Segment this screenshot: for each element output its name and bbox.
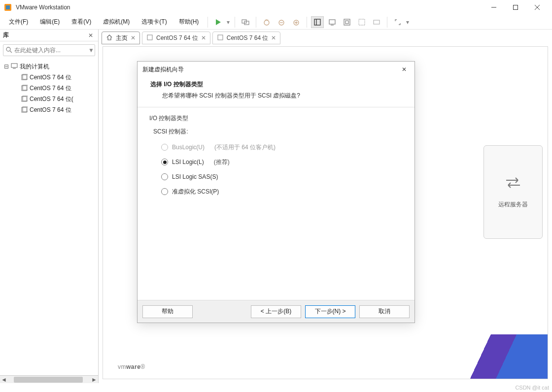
tab-close-icon[interactable]: ✕ xyxy=(201,34,206,41)
tab-label: CentOS 7 64 位 xyxy=(227,34,269,42)
snapshot1-icon[interactable] xyxy=(260,16,273,28)
dialog-close-icon[interactable]: ✕ xyxy=(402,66,410,73)
option-lsilogic[interactable]: LSI Logic(L) (推荐) xyxy=(161,155,403,169)
menubar: 文件(F) 编辑(E) 查看(V) 虚拟机(M) 选项卡(T) 帮助(H) ▾ … xyxy=(0,15,552,30)
remote-server-card[interactable]: 远程服务器 xyxy=(483,145,543,239)
window-title: VMware Workstation xyxy=(16,4,483,11)
scroll-left-icon[interactable]: ◄ xyxy=(0,376,8,383)
watermark: CSDN @it cat xyxy=(515,383,549,392)
view-unity-icon[interactable] xyxy=(355,16,368,28)
option-buslogic: BusLogic(U) (不适用于 64 位客户机) xyxy=(161,140,403,155)
tree-item-label: CentOS 7 64 位 xyxy=(30,106,71,114)
expand-dropdown-icon[interactable]: ▾ xyxy=(406,19,410,26)
svg-rect-19 xyxy=(359,19,365,25)
tab-home[interactable]: 主页 ✕ xyxy=(102,32,140,44)
menu-edit[interactable]: 编辑(E) xyxy=(35,16,65,28)
snapshot3-icon[interactable] xyxy=(290,16,303,28)
svg-point-21 xyxy=(6,47,10,51)
option-note: (推荐) xyxy=(214,158,230,166)
menu-vm[interactable]: 虚拟机(M) xyxy=(98,16,135,28)
tree-item[interactable]: CentOS 7 64 位 xyxy=(1,104,97,115)
dialog-subheading: 您希望将哪种 SCSI 控制器类型用于 SCSI 虚拟磁盘? xyxy=(150,92,402,100)
svg-rect-34 xyxy=(218,35,223,40)
menu-file[interactable]: 文件(F) xyxy=(4,16,33,28)
view-fullscreen-icon[interactable] xyxy=(341,16,353,28)
option-lsilogic-sas[interactable]: LSI Logic SAS(S) xyxy=(161,169,403,184)
vm-icon xyxy=(217,34,224,42)
menu-help[interactable]: 帮助(H) xyxy=(174,16,204,28)
view-console-icon[interactable] xyxy=(326,16,339,28)
search-box[interactable]: ▼ xyxy=(3,44,95,56)
play-dropdown-icon[interactable]: ▾ xyxy=(227,19,231,26)
sidebar-title: 库 xyxy=(3,31,88,39)
tab-vm2[interactable]: CentOS 7 64 位 ✕ xyxy=(212,32,281,44)
scroll-right-icon[interactable]: ► xyxy=(90,376,98,383)
tree-item[interactable]: CentOS 7 64 位( xyxy=(1,94,97,104)
svg-rect-2 xyxy=(6,5,10,9)
vmware-logo: vmware® xyxy=(118,359,145,372)
svg-rect-13 xyxy=(314,19,320,25)
sidebar: 库 ✕ ▼ ⊟ 我的计算机 CentOS 7 64 位 CentOS 7 64 … xyxy=(0,30,99,383)
sidebar-scrollbar[interactable]: ◄ ► xyxy=(0,375,98,383)
menu-tabs[interactable]: 选项卡(T) xyxy=(137,16,172,28)
svg-rect-20 xyxy=(374,20,380,24)
svg-rect-17 xyxy=(344,19,350,25)
tree-root[interactable]: ⊟ 我的计算机 xyxy=(1,61,97,72)
vm-icon xyxy=(146,34,153,42)
minimize-button[interactable] xyxy=(483,0,505,15)
search-input[interactable] xyxy=(14,47,88,54)
monitor-icon xyxy=(11,63,18,71)
option-label: 准虚拟化 SCSI(P) xyxy=(172,188,219,196)
help-button[interactable]: 帮助 xyxy=(142,305,193,318)
tree-item-label: CentOS 7 64 位 xyxy=(30,73,71,82)
next-button[interactable]: 下一步(N) > xyxy=(305,305,355,318)
menu-view[interactable]: 查看(V) xyxy=(67,16,96,28)
tab-vm1[interactable]: CentOS 7 64 位 ✕ xyxy=(142,32,210,44)
tab-close-icon[interactable]: ✕ xyxy=(131,34,136,41)
snapshot2-icon[interactable] xyxy=(275,16,288,28)
option-label: LSI Logic(L) xyxy=(172,159,204,165)
new-vm-wizard-dialog: 新建虚拟机向导 ✕ 选择 I/O 控制器类型 您希望将哪种 SCSI 控制器类型… xyxy=(137,61,415,323)
search-icon xyxy=(5,46,12,55)
maximize-button[interactable] xyxy=(505,0,526,15)
view-stretch-icon[interactable] xyxy=(370,16,383,28)
option-paravirt[interactable]: 准虚拟化 SCSI(P) xyxy=(161,184,403,199)
tab-close-icon[interactable]: ✕ xyxy=(271,34,276,41)
close-window-button[interactable] xyxy=(526,0,548,15)
screens-icon[interactable] xyxy=(239,16,252,28)
tabs: 主页 ✕ CentOS 7 64 位 ✕ CentOS 7 64 位 ✕ xyxy=(99,30,552,44)
svg-rect-18 xyxy=(345,21,348,24)
dialog-title: 新建虚拟机向导 xyxy=(142,65,402,74)
collapse-icon[interactable]: ⊟ xyxy=(4,63,9,70)
cancel-button[interactable]: 取消 xyxy=(359,305,410,318)
expand-icon[interactable] xyxy=(391,16,404,28)
tab-label: CentOS 7 64 位 xyxy=(156,34,198,42)
view-single-icon[interactable] xyxy=(311,16,324,28)
tab-label: 主页 xyxy=(116,34,128,42)
tree-root-label: 我的计算机 xyxy=(20,63,49,71)
dialog-heading: 选择 I/O 控制器类型 xyxy=(150,80,402,89)
titlebar: VMware Workstation xyxy=(0,0,552,15)
vmware-logo-light: vm xyxy=(118,363,126,370)
remote-card-label: 远程服务器 xyxy=(498,200,528,209)
tree-item[interactable]: CentOS 7 64 位 xyxy=(1,83,97,94)
scrollbar-thumb[interactable] xyxy=(14,377,83,383)
play-icon[interactable] xyxy=(212,16,225,28)
tree-item[interactable]: CentOS 7 64 位 xyxy=(1,72,97,83)
option-label: BusLogic(U) xyxy=(172,144,205,151)
corner-decoration xyxy=(439,334,548,379)
radio-icon xyxy=(161,159,168,165)
tree-item-label: CentOS 7 64 位 xyxy=(30,84,71,93)
sub-label: SCSI 控制器: xyxy=(153,128,403,136)
vm-icon xyxy=(21,85,28,92)
sidebar-close-icon[interactable]: ✕ xyxy=(88,32,95,39)
svg-rect-23 xyxy=(11,64,17,67)
group-label: I/O 控制器类型 xyxy=(149,114,403,123)
back-button[interactable]: < 上一步(B) xyxy=(251,305,301,318)
app-icon xyxy=(4,3,12,11)
search-dropdown-icon[interactable]: ▼ xyxy=(88,47,94,54)
vmware-logo-bold: ware xyxy=(126,363,140,370)
svg-rect-4 xyxy=(514,5,518,10)
library-tree: ⊟ 我的计算机 CentOS 7 64 位 CentOS 7 64 位 Cent… xyxy=(0,59,98,375)
svg-rect-33 xyxy=(147,35,152,40)
